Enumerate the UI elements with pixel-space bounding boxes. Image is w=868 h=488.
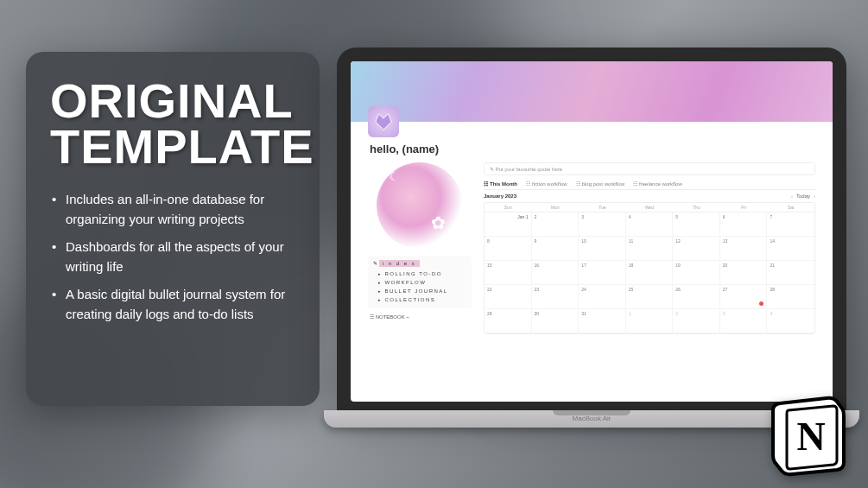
laptop-screen-frame: hello, (name) ✿ ✎ i n d e x ROLLING TO-D…: [337, 48, 846, 410]
promo-title-line2: TEMPLATE: [50, 124, 295, 169]
promo-title-line1: ORIGINAL: [50, 78, 295, 124]
decorative-crystal-image: ✿: [377, 162, 463, 249]
calendar-cell[interactable]: 4: [767, 309, 814, 333]
tab-icon: ☷: [576, 181, 580, 187]
promo-bullet: A basic digital bullet journal system fo…: [66, 285, 295, 324]
calendar-cell[interactable]: 8: [485, 237, 532, 261]
calendar-cell[interactable]: 15: [485, 261, 532, 285]
calendar-cell[interactable]: 2: [532, 212, 580, 237]
calendar-tabs: ☷This Month ☷fiction workflow ☷blog post…: [484, 181, 815, 190]
promo-bullet: Dashboards for all the aspects of your w…: [66, 238, 295, 276]
calendar-cell[interactable]: 14: [767, 237, 814, 261]
calendar-nav: ‹ Today ›: [791, 193, 815, 199]
laptop-label: MacBook Air: [573, 415, 611, 422]
calendar-cell[interactable]: 28: [767, 285, 814, 309]
tab-icon: ☷: [633, 181, 637, 187]
calendar-cell[interactable]: 3: [579, 212, 626, 237]
calendar-today-button[interactable]: Today: [796, 193, 810, 199]
calendar-event-dot: [759, 301, 763, 306]
calendar-cell[interactable]: 23: [532, 285, 580, 309]
calendar-cell[interactable]: 1: [626, 309, 674, 333]
calendar-cell[interactable]: 6: [720, 212, 768, 237]
calendar-cell[interactable]: 27: [720, 285, 768, 309]
calendar-next-icon[interactable]: ›: [814, 193, 815, 199]
calendar-cell[interactable]: 26: [673, 285, 720, 309]
calendar-cell[interactable]: 21: [767, 261, 814, 285]
calendar-cell[interactable]: 19: [673, 261, 720, 285]
promo-title: ORIGINAL TEMPLATE: [50, 78, 295, 169]
calendar-cell[interactable]: 18: [626, 261, 674, 285]
calendar-dayname: Mon: [532, 203, 580, 212]
promo-bullet-list: Includes an all-in-one database for orga…: [50, 190, 295, 324]
calendar-dayname: Sat: [767, 203, 814, 212]
index-item[interactable]: COLLECTIONS: [373, 295, 466, 304]
calendar-dayname: Sun: [485, 203, 532, 212]
calendar-cell[interactable]: 5: [673, 212, 720, 237]
calendar-cell[interactable]: 13: [720, 237, 768, 261]
calendar-cell[interactable]: Jan 1: [485, 212, 532, 237]
index-item[interactable]: WORKFLOW: [373, 278, 466, 287]
calendar-cell[interactable]: 12: [673, 237, 720, 261]
calendar-dayname: Thu: [673, 203, 720, 212]
calendar-header: January 2023 ‹ Today ›: [484, 190, 815, 202]
calendar-prev-icon[interactable]: ‹: [791, 193, 793, 199]
index-title: i n d e x: [379, 260, 420, 267]
calendar-dayname: Wed: [626, 203, 674, 212]
promo-card: ORIGINAL TEMPLATE Includes an all-in-one…: [26, 52, 320, 406]
notion-logo-letter: N: [796, 415, 825, 459]
tab-icon: ☷: [526, 181, 530, 187]
page-body: hello, (name) ✿ ✎ i n d e x ROLLING TO-D…: [351, 122, 833, 341]
page-banner: [351, 61, 833, 122]
tab-fiction-workflow[interactable]: ☷fiction workflow: [526, 181, 567, 187]
calendar-cell[interactable]: 16: [532, 261, 580, 285]
page-greeting: hello, (name): [370, 143, 815, 155]
calendar-cell[interactable]: 11: [626, 237, 674, 261]
left-column: ✿ ✎ i n d e x ROLLING TO-DO WORKFLOW BUL…: [368, 162, 472, 334]
calendar-cell[interactable]: 30: [532, 309, 580, 333]
app-screen: hello, (name) ✿ ✎ i n d e x ROLLING TO-D…: [351, 61, 833, 402]
calendar-dayname: Fri: [720, 203, 768, 212]
calendar-cell[interactable]: 24: [579, 285, 626, 309]
notebook-link[interactable]: ☰ NOTEBOOK ~: [368, 314, 472, 320]
calendar-cell[interactable]: 25: [626, 285, 674, 309]
right-column: Put your favourite quote here ☷This Mont…: [484, 162, 815, 334]
calendar-cell[interactable]: 2: [673, 309, 720, 333]
calendar-cell[interactable]: 31: [579, 309, 626, 333]
index-item[interactable]: BULLET JOURNAL: [373, 287, 466, 295]
laptop-mockup: hello, (name) ✿ ✎ i n d e x ROLLING TO-D…: [337, 48, 846, 445]
calendar-cell[interactable]: 4: [626, 212, 674, 237]
calendar-grid: SunMonTueWedThuFriSat Jan 12345678910111…: [484, 202, 815, 334]
promo-bullet: Includes an all-in-one database for orga…: [66, 190, 295, 229]
calendar-month: January 2023: [484, 193, 516, 199]
calendar-cell[interactable]: 7: [767, 212, 814, 237]
calendar-cell[interactable]: 22: [485, 285, 532, 309]
calendar-cell[interactable]: 20: [720, 261, 768, 285]
tab-blog-workflow[interactable]: ☷blog post workflow: [576, 181, 624, 187]
calendar-cell[interactable]: 17: [579, 261, 626, 285]
crystal-icon: [368, 106, 399, 137]
notion-logo-icon: N: [764, 391, 851, 478]
tab-this-month[interactable]: ☷This Month: [484, 181, 517, 187]
tab-freelance-workflow[interactable]: ☷freelance workflow: [633, 181, 682, 187]
calendar-cell[interactable]: 9: [532, 237, 580, 261]
quote-input[interactable]: Put your favourite quote here: [484, 162, 815, 175]
tab-icon: ☷: [484, 181, 488, 187]
calendar-dayname: Tue: [579, 203, 626, 212]
calendar-cell[interactable]: 3: [720, 309, 768, 333]
calendar-cell[interactable]: 29: [485, 309, 532, 333]
index-box: ✎ i n d e x ROLLING TO-DO WORKFLOW BULLE…: [368, 256, 472, 308]
calendar-cell[interactable]: 10: [579, 237, 626, 261]
index-item[interactable]: ROLLING TO-DO: [373, 269, 466, 278]
